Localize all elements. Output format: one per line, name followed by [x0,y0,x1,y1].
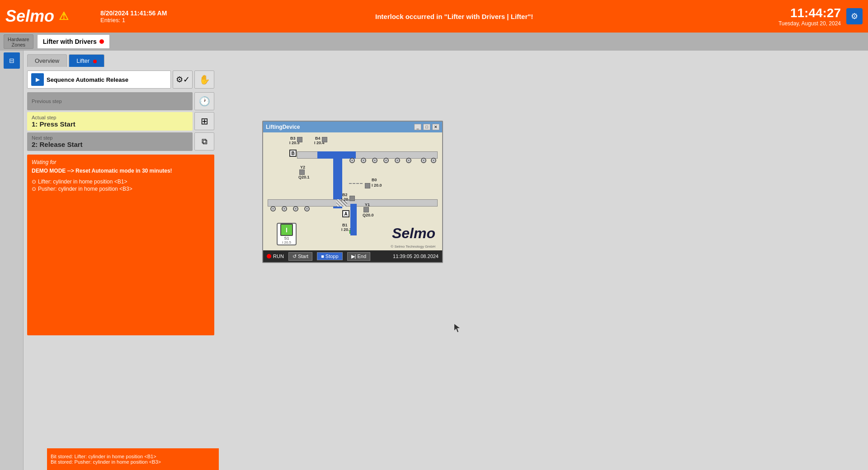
lower-cylinder [350,204,357,235]
play-icon: ▶ [36,76,40,83]
sequence-hand-button[interactable]: ✋ [194,70,214,89]
sensor-y2-label: Y2 [300,165,305,169]
s1-addr: I 20.5 [282,240,291,244]
page-title-tab: Lifter with Drivers [37,34,110,49]
sensor-b3-label: B3 [290,136,296,141]
sensor-b2-label: B2 [342,193,348,197]
warning-icon: ⚠ [59,10,69,23]
run-label: RUN [273,254,284,259]
selmo-copyright: © Selmo Technology GmbH [391,244,435,249]
steps-area: Previous step 🕐 Actual step 1: Press Sta… [27,92,214,151]
viz-maximize-button[interactable]: □ [423,124,430,130]
wheel-4 [383,157,389,165]
sensor-b0-addr: I 20.0 [372,183,382,188]
sequence-settings-button[interactable]: ⚙✓ [173,70,193,89]
wheel-7 [420,157,427,165]
sensor-y1-indicator [363,207,369,212]
selmo-brand: Selmo [392,225,435,242]
content-panel: Overview Lifter ▶ Sequence Automatic Rel… [24,51,218,470]
alert-info: 8/20/2024 11:41:56 AM Entries: 1 [100,9,167,24]
s1-label: S1 [284,236,289,240]
wheel-2 [360,157,367,165]
waiting-title: Wating for [32,159,210,165]
clock-time: 11:44:27 [790,6,841,20]
viz-end-button[interactable]: ▶| End [347,252,371,261]
hardware-zones-button[interactable]: Hardware Zones [4,34,33,49]
actual-step-value: 1: Press Start [32,120,188,128]
gear-icon: ⚙✓ [176,75,190,85]
bot-wheel-1 [270,206,276,214]
lifter-tab-red-dot [93,60,97,63]
title-red-dot [99,39,104,44]
settings-button[interactable]: ⚙ [846,8,863,24]
waiting-item-2: ⊙ Pusher: cylinder in home position <B3> [32,186,210,192]
next-step-label: Next step [32,135,188,141]
sensor-y1-label: Y1 [365,202,370,207]
viz-controls: _ □ ✕ [414,124,439,130]
sensor-y2-indicator [299,169,305,175]
svg-point-5 [374,160,376,161]
alert-date: 8/20/2024 11:41:56 AM [100,9,167,17]
sidebar-hmi-button[interactable]: ⊟ [4,52,20,69]
cursor [454,324,460,329]
tabs: Overview Lifter [24,51,218,67]
run-dot [267,254,271,258]
page-title: Lifter with Drivers [43,38,97,45]
sensor-b0-label: B0 [372,178,377,182]
status-line-1: Bit stored: Lifter: cylinder in home pos… [51,454,215,459]
clock-button[interactable]: 🕐 [194,92,214,110]
viz-run-indicator: RUN [267,254,284,259]
clock-date: Tuesday, August 20, 2024 [778,20,841,27]
waiting-content: DEMO MODE --> Reset Automatic mode in 30… [32,167,210,175]
viz-minimize-button[interactable]: _ [414,124,421,130]
bot-wheel-3 [292,206,299,214]
previous-step-box: Previous step [27,92,193,110]
viz-time: 11:39:05 20.08.2024 [393,254,439,259]
actual-step-label: Actual step [32,115,188,120]
actual-step-box: Actual step 1: Press Start [27,112,193,131]
s1-icon: I [280,224,293,236]
svg-point-9 [396,160,398,161]
layers-button[interactable]: ⧉ [194,132,214,150]
wheel-5 [394,157,401,165]
status-bar: Bit stored: Lifter: cylinder in home pos… [47,448,219,470]
sensor-b3-indicator [297,137,302,142]
title-bar: Hardware Zones Lifter with Drivers [0,33,868,51]
bot-wheel-2 [281,206,288,214]
svg-point-17 [272,208,274,210]
main-area: ⊟ Overview Lifter ▶ Sequence Automatic R… [0,51,868,470]
wheel-1 [349,157,355,165]
svg-point-19 [283,208,285,210]
logo-area: Selmo ⚠ [5,7,96,26]
sensor-b-box: B [289,150,297,157]
sensor-y2-addr: Q20.1 [298,175,310,179]
tab-overview[interactable]: Overview [27,54,67,67]
sequence-label: Sequence Automatic Release [47,76,128,83]
viz-titlebar: LiftingDevice _ □ ✕ [263,122,442,132]
svg-point-1 [351,160,353,161]
svg-point-3 [363,160,364,161]
sequence-play-button[interactable]: ▶ [31,73,44,86]
viz-window: LiftingDevice _ □ ✕ B3 I 20.3 B4 I 20.4 … [262,121,443,263]
sensor-b0-indicator [365,183,370,188]
wheel-8 [430,157,437,165]
logo-text: Selmo [5,7,54,26]
viz-close-button[interactable]: ✕ [432,124,439,130]
sensor-a-box: A [342,210,349,217]
sidebar: ⊟ [0,51,24,470]
next-step-box: Next step 2: Release Start [27,132,193,151]
svg-point-15 [433,160,434,161]
viz-start-button[interactable]: ↺ Start [288,252,312,261]
alert-bar: Selmo ⚠ 8/20/2024 11:41:56 AM Entries: 1… [0,0,868,33]
viz-stop-button[interactable]: ■ Stopp [317,252,342,260]
grid-button[interactable]: ⊞ [194,112,214,130]
alert-message: Interlock occurred in "Lifter with Drive… [167,13,741,20]
wheel-3 [372,157,378,165]
previous-step-label: Previous step [32,99,188,104]
tab-lifter[interactable]: Lifter [69,54,104,67]
svg-point-21 [295,208,297,210]
hmi-icon: ⊟ [9,57,14,64]
alert-entries: Entries: 1 [100,17,167,24]
wheel-6 [406,157,412,165]
sensor-b4-indicator [322,137,327,142]
